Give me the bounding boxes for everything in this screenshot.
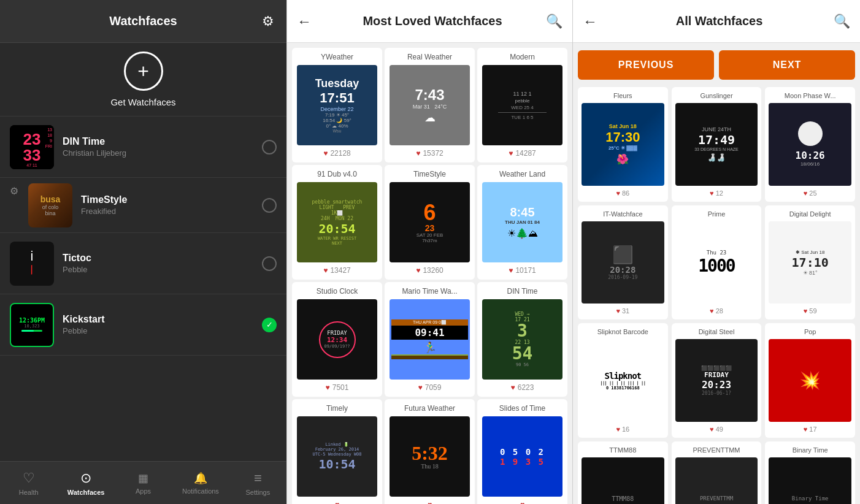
right-panel-header: ← All Watchfaces 🔍 bbox=[573, 0, 860, 43]
heart-icon: ♥ bbox=[710, 426, 714, 433]
list-item[interactable]: Slipknot Barcode Slipknot ||| || | || ||… bbox=[578, 323, 668, 438]
list-item[interactable]: ⚙ busa of colo bina TimeStyle Freakified bbox=[0, 178, 286, 233]
nav-buttons: PREVIOUS NEXT bbox=[578, 50, 855, 80]
list-item[interactable]: 91 Dub v4.0 pebble smartwatch LIGHT PREV… bbox=[292, 165, 382, 280]
bottom-nav: ♡ Health ⊙ Watchfaces ▦ Apps 🔔 Notificat… bbox=[0, 461, 286, 504]
watchface-likes: ♥ 16 bbox=[616, 426, 629, 433]
heart-icon: ♥ bbox=[616, 426, 620, 433]
watchface-likes: ♥ 12 bbox=[710, 189, 723, 197]
list-item[interactable]: Futura Weather 5:32 Thu 18 ♥ bbox=[385, 399, 475, 504]
watchface-thumbnail: 23 33 13189FRI 47 11 bbox=[10, 125, 54, 169]
list-item[interactable]: Weather Land 8:45 THU JAN 01 84 ☀🌲⛰ ♥ 10… bbox=[477, 165, 567, 280]
watchface-likes: ♥ 49 bbox=[710, 426, 723, 433]
get-watchfaces-item[interactable]: + Get Watchfaces bbox=[0, 43, 286, 116]
watchface-info: Kickstart Pebble bbox=[63, 314, 262, 335]
list-item[interactable]: Timely Linked 🔋 February 26, 2014 UTC-5 … bbox=[292, 399, 382, 504]
watchface-info: Tictoc Pebble bbox=[63, 253, 262, 274]
back-button[interactable]: ← bbox=[583, 13, 597, 30]
watchface-name: Timely bbox=[297, 404, 377, 413]
watchface-name: Real Weather bbox=[390, 53, 470, 61]
watchface-likes: ♥ bbox=[335, 500, 339, 504]
watchface-radio-active[interactable] bbox=[262, 318, 277, 332]
search-button[interactable]: 🔍 bbox=[834, 13, 850, 29]
nav-label-notifications: Notifications bbox=[182, 487, 219, 495]
search-button[interactable]: 🔍 bbox=[546, 13, 562, 29]
heart-icon: ♥ bbox=[616, 307, 620, 315]
gear-icon[interactable]: ⚙ bbox=[10, 185, 18, 197]
watchface-thumbnail: 8:45 THU JAN 01 84 ☀🌲⛰ bbox=[482, 182, 562, 262]
watchface-name: 91 Dub v4.0 bbox=[297, 170, 377, 178]
list-item[interactable]: Real Weather 7:43 Mar 31 24°C ☁ ♥ 15372 bbox=[385, 48, 475, 162]
list-item[interactable]: Digital Steel ⬛⬛⬛⬛⬛ FRIDAY 20:23 2016-06… bbox=[672, 323, 762, 438]
list-item[interactable]: Binary Time Binary Time ♥ bbox=[765, 441, 855, 504]
nav-item-settings[interactable]: ≡ Settings bbox=[229, 470, 286, 496]
watchface-name: DIN Time bbox=[482, 287, 562, 296]
right-panel-title: All Watchfaces bbox=[605, 14, 834, 28]
notifications-icon: 🔔 bbox=[194, 472, 207, 485]
watchface-name: Kickstart bbox=[63, 314, 262, 325]
watchface-author: Freakified bbox=[81, 207, 262, 216]
watchface-name: IT-Watchface bbox=[582, 210, 664, 218]
watchface-radio[interactable] bbox=[262, 140, 277, 155]
watchface-likes: ♥ 17 bbox=[804, 426, 817, 433]
back-button[interactable]: ← bbox=[297, 13, 312, 30]
list-item[interactable]: Pop 💥 ♥ 17 bbox=[765, 323, 855, 438]
list-item[interactable]: 12:36PM 10,323 Kickstart Pebble bbox=[0, 294, 286, 356]
watchface-likes: ♥ 31 bbox=[616, 307, 629, 315]
list-item[interactable]: PREVENTTMM PREVENTTMM ♥ bbox=[672, 441, 762, 504]
list-item[interactable]: Slides of Time 0 5 0 2 1 9 3 5 ♥ bbox=[477, 399, 567, 504]
list-item[interactable]: Mario Time Wa... THU APR 09 0⬜ 09:41 🏃‍♂… bbox=[385, 282, 475, 397]
list-item[interactable]: Modern 11 12 1 pebble WED 25 4 TUE 1 6 5… bbox=[477, 48, 567, 162]
list-item[interactable]: Digital Delight ✱ Sat Jun 18 17:10 ☀ 81°… bbox=[765, 205, 855, 320]
watchface-radio[interactable] bbox=[262, 256, 277, 271]
watchface-name: Modern bbox=[482, 53, 562, 61]
list-item[interactable]: DIN Time WED → 17 21 3 22 13 54 90 56 ♥ … bbox=[477, 282, 567, 397]
list-item[interactable]: Prime Thu 23 1000 ♥ 28 bbox=[672, 205, 762, 320]
watchface-likes: ♥ 7059 bbox=[418, 383, 442, 392]
watchface-name: Prime bbox=[675, 210, 758, 218]
left-header: Watchfaces ⚙ bbox=[0, 0, 286, 43]
watchface-thumbnail: Sat Jun 18 17:30 25°C ☀ ▓▓▓ 🌺 bbox=[582, 103, 664, 186]
heart-icon: ♥ bbox=[511, 383, 515, 392]
watchface-name: DIN Time bbox=[63, 136, 262, 147]
all-watchfaces-grid: Fleurs Sat Jun 18 17:30 25°C ☀ ▓▓▓ 🌺 ♥ 8… bbox=[578, 87, 855, 504]
watchface-name: Pop bbox=[769, 328, 851, 335]
watchfaces-icon: ⊙ bbox=[80, 470, 91, 486]
list-item[interactable]: Gunslinger JUNE 24TH 17:49 33 DEGREES N … bbox=[672, 87, 762, 202]
watchface-name: TTMM88 bbox=[582, 446, 664, 454]
list-item[interactable]: TimeStyle 6 23 SAT 20 FEB 7h37m ♥ 13260 bbox=[385, 165, 475, 280]
list-item[interactable]: Moon Phase W... 10:26 18/06/16 ♥ 25 bbox=[765, 87, 855, 202]
list-item[interactable]: TTMM88 TTMM88 ♥ bbox=[578, 441, 668, 504]
list-item[interactable]: IT-Watchface ⬛ 20:28 2016-09-19 ♥ 31 bbox=[578, 205, 668, 320]
heart-icon: ♥ bbox=[804, 307, 808, 315]
list-item[interactable]: i / Tictoc Pebble bbox=[0, 233, 286, 294]
heart-icon: ♥ bbox=[804, 426, 808, 433]
nav-item-notifications[interactable]: 🔔 Notifications bbox=[172, 472, 229, 495]
watchface-thumbnail: ✱ Sat Jun 18 17:10 ☀ 81° bbox=[769, 221, 851, 304]
watchface-likes: ♥ 6223 bbox=[511, 383, 534, 392]
nav-item-watchfaces[interactable]: ⊙ Watchfaces bbox=[57, 470, 114, 496]
list-item[interactable]: YWeather Tuesday 17:51 December 22 7:19 … bbox=[292, 48, 382, 162]
watchface-thumbnail: Linked 🔋 February 26, 2014 UTC-5 Wednesd… bbox=[297, 416, 377, 497]
list-item[interactable]: Studio Clock FRIDAY 12:34 09/09/19?? ♥ 7… bbox=[292, 282, 382, 397]
left-panel-title: Watchfaces bbox=[109, 14, 177, 28]
watchface-likes: ♥ 7501 bbox=[326, 383, 349, 392]
watchface-radio[interactable] bbox=[262, 198, 277, 213]
nav-item-health[interactable]: ♡ Health bbox=[0, 470, 57, 496]
list-item[interactable]: 23 33 13189FRI 47 11 DIN Time Christian … bbox=[0, 116, 286, 178]
previous-button[interactable]: PREVIOUS bbox=[578, 50, 714, 80]
nav-item-apps[interactable]: ▦ Apps bbox=[115, 472, 172, 495]
plus-icon: + bbox=[137, 61, 149, 81]
right-panel: ← All Watchfaces 🔍 PREVIOUS NEXT Fleurs … bbox=[573, 0, 860, 504]
watchface-likes: ♥ 15372 bbox=[416, 149, 443, 158]
nav-label-health: Health bbox=[19, 489, 39, 496]
next-button[interactable]: NEXT bbox=[719, 50, 855, 80]
settings-icon[interactable]: ⚙ bbox=[262, 13, 274, 29]
list-item[interactable]: Fleurs Sat Jun 18 17:30 25°C ☀ ▓▓▓ 🌺 ♥ 8… bbox=[578, 87, 668, 202]
watchface-thumbnail: busa of colo bina bbox=[28, 183, 72, 227]
watchface-thumbnail: Thu 23 1000 bbox=[675, 221, 758, 304]
watchface-thumbnail: ⬛⬛⬛⬛⬛ FRIDAY 20:23 2016-06-1? bbox=[675, 339, 758, 422]
watchface-name: TimeStyle bbox=[390, 170, 470, 178]
watchface-thumbnail: pebble smartwatch LIGHT PREV 1K⬜ 24H MON… bbox=[297, 182, 377, 262]
left-panel: Watchfaces ⚙ + Get Watchfaces 23 33 1318… bbox=[0, 0, 286, 504]
